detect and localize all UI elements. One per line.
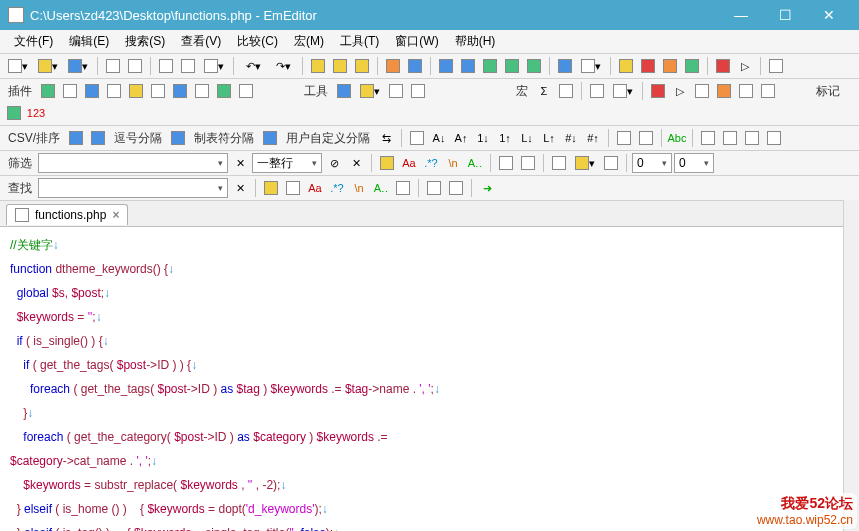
view-btn4[interactable] [502,56,522,76]
plugin-btn[interactable] [170,81,190,101]
find-btn[interactable] [393,178,413,198]
csv-btn[interactable] [66,128,86,148]
find-btn[interactable] [261,178,281,198]
plugin-btn[interactable] [236,81,256,101]
find-combo[interactable]: ▾ [38,178,228,198]
mark-btn[interactable] [4,103,24,123]
sort-btn[interactable]: #↓ [561,128,581,148]
menu-v[interactable]: 查看(V) [173,31,229,52]
ie-icon[interactable] [334,81,354,101]
csv-btn[interactable] [764,128,784,148]
tool-btn6[interactable] [682,56,702,76]
macro-btn[interactable] [714,81,734,101]
undo-button[interactable]: ↶▾ [239,56,267,76]
macro-rec-button[interactable] [648,81,668,101]
count-combo-1[interactable]: 0▾ [632,153,672,173]
filter-close-button[interactable]: ✕ [230,153,250,173]
save-button[interactable]: ▾ [64,56,92,76]
filter-find-button[interactable] [377,153,397,173]
mark-btn[interactable]: 123 [26,103,46,123]
filter-btn[interactable]: ⊘ [324,153,344,173]
plugin-btn[interactable] [82,81,102,101]
csv-btn[interactable] [742,128,762,148]
plugin-btn[interactable] [38,81,58,101]
play-button[interactable]: ▷ [735,56,755,76]
csv-btn[interactable]: ⇆ [376,128,396,148]
plugin-btn[interactable] [60,81,80,101]
find-files-button[interactable] [352,56,372,76]
view-btn3[interactable] [480,56,500,76]
tool-btn1[interactable] [555,56,575,76]
match-case-button[interactable]: Aa [399,153,419,173]
minimize-button[interactable]: — [719,0,763,30]
view-btn5[interactable] [524,56,544,76]
replace-button[interactable] [330,56,350,76]
code-line[interactable]: $category->cat_name . ', ';↓ [10,449,849,473]
code-line[interactable]: }↓ [10,401,849,425]
code-line[interactable]: foreach ( get_the_tags( $post->ID ) as $… [10,377,849,401]
sort-asc-button[interactable]: A↓ [429,128,449,148]
cmd-button[interactable] [386,81,406,101]
macro-btn[interactable]: ▾ [609,81,637,101]
macro-btn[interactable] [758,81,778,101]
plugin-btn[interactable] [148,81,168,101]
sort-btn[interactable]: L↑ [539,128,559,148]
plugin-btn[interactable] [126,81,146,101]
filter-btn[interactable] [518,153,538,173]
code-line[interactable]: if ( is_single() ) {↓ [10,329,849,353]
code-line[interactable]: //关键字↓ [10,233,849,257]
maximize-button[interactable]: ☐ [763,0,807,30]
tool-btn3[interactable] [616,56,636,76]
find-btn[interactable]: Aa [305,178,325,198]
vertical-scrollbar[interactable] [843,200,859,531]
filter-btn[interactable] [601,153,621,173]
regex-button[interactable]: .*? [421,153,441,173]
bookmark-button[interactable] [383,56,403,76]
tab-close-icon[interactable]: × [112,208,119,222]
macro-btn[interactable] [556,81,576,101]
cut-button[interactable] [156,56,176,76]
find-btn[interactable] [446,178,466,198]
find-close-button[interactable]: ✕ [230,178,250,198]
find-next-button[interactable]: ➜ [477,178,497,198]
csv-btn[interactable] [407,128,427,148]
filter-btn[interactable]: ✕ [346,153,366,173]
menu-t[interactable]: 工具(T) [332,31,387,52]
count-combo-2[interactable]: 0▾ [674,153,714,173]
find-button[interactable] [308,56,328,76]
filter-btn[interactable] [496,153,516,173]
filter-btn[interactable] [549,153,569,173]
preview-button[interactable] [125,56,145,76]
filter-icon[interactable] [405,56,425,76]
tool-btn5[interactable] [660,56,680,76]
copy-button[interactable] [178,56,198,76]
record-button[interactable] [713,56,733,76]
code-line[interactable]: $keywords = '';↓ [10,305,849,329]
filter-combo[interactable]: ▾ [38,153,228,173]
redo-button[interactable]: ↷▾ [269,56,297,76]
sort-btn[interactable]: #↑ [583,128,603,148]
plugin-btn[interactable] [214,81,234,101]
code-line[interactable]: global $s, $post;↓ [10,281,849,305]
wholeline-combo[interactable]: 一整行▾ [252,153,322,173]
sigma-icon[interactable]: Σ [534,81,554,101]
document-tab[interactable]: functions.php × [6,204,128,225]
spellcheck-icon[interactable]: Abc [667,128,687,148]
csv-user-button[interactable] [260,128,280,148]
find-btn[interactable] [424,178,444,198]
macro-btn[interactable]: ▷ [670,81,690,101]
sort-btn[interactable]: 1↑ [495,128,515,148]
csv-comma-button[interactable] [88,128,108,148]
code-editor[interactable]: //关键字↓function dtheme_keywords() {↓ glob… [0,227,859,531]
tool-btn2[interactable]: ▾ [577,56,605,76]
macro-btn[interactable] [736,81,756,101]
macro-btn[interactable] [587,81,607,101]
csv-btn[interactable] [720,128,740,148]
new-file-button[interactable]: ▾ [4,56,32,76]
plugin-btn[interactable] [104,81,124,101]
view-btn2[interactable] [458,56,478,76]
menu-h[interactable]: 帮助(H) [447,31,504,52]
sort-btn[interactable]: L↓ [517,128,537,148]
close-button[interactable]: ✕ [807,0,851,30]
paste-button[interactable]: ▾ [200,56,228,76]
